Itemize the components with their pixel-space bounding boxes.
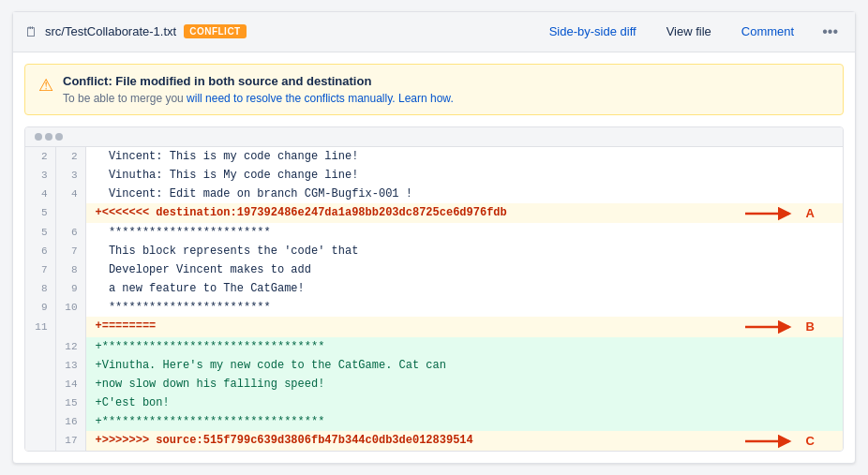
line-content: This block represents the 'code' that (85, 242, 843, 260)
line-num-left: 5 (25, 203, 55, 224)
table-row: 33 Vinutha: This is My code change line! (25, 166, 843, 185)
card-header: 🗒 src/TestCollaborate-1.txt CONFLICT Sid… (13, 12, 855, 52)
arrow-label-a: A (741, 204, 815, 223)
line-num-right: 15 (55, 393, 85, 412)
line-num-right: 16 (55, 412, 85, 431)
line-num-left: 8 (25, 279, 55, 298)
arrow-label-c: C (741, 432, 815, 451)
warning-icon: ⚠ (38, 75, 53, 96)
header-left: 🗒 src/TestCollaborate-1.txt CONFLICT (24, 24, 247, 39)
line-num-left: 5 (25, 223, 55, 242)
line-num-right: 2 (55, 147, 85, 166)
more-options-button[interactable]: ••• (816, 20, 844, 44)
table-row: 13+Vinutha. Here's my new code to the Ca… (25, 356, 843, 375)
learn-how-link[interactable]: Learn how. (398, 92, 454, 105)
line-content: +>>>>>>> source:515f799c639d3806fb47b344… (85, 431, 843, 452)
arrow-icon (741, 319, 797, 334)
line-num-left: 3 (25, 166, 55, 185)
line-num-right: 4 (55, 185, 85, 203)
comment-button[interactable]: Comment (734, 21, 801, 42)
line-num-right: 9 (55, 279, 85, 298)
toolbar-dots (35, 133, 63, 141)
table-row: 15+C'est bon! (25, 393, 843, 412)
view-file-button[interactable]: View file (659, 21, 719, 42)
alert-title: Conflict: File modified in both source a… (63, 74, 454, 88)
table-row: 78 Developer Vincent makes to add (25, 260, 843, 279)
line-num-left: 11 (25, 317, 55, 337)
line-num-right: 8 (55, 260, 85, 279)
conflict-badge: CONFLICT (184, 24, 247, 38)
line-num-left: 7 (25, 260, 55, 279)
table-row: 44 Vincent: Edit made on branch CGM-Bugf… (25, 185, 843, 203)
file-diff-card: 🗒 src/TestCollaborate-1.txt CONFLICT Sid… (12, 11, 856, 465)
arrow-label-b: B (741, 318, 815, 336)
alert-desc-text: To be able to merge you (63, 92, 187, 105)
line-content: Vincent: Edit made on branch CGM-Bugfix-… (85, 185, 843, 203)
line-content: +Vinutha. Here's my new code to the CatG… (85, 356, 843, 375)
table-row: 910 ************************ (25, 298, 843, 317)
dot-1 (35, 133, 42, 141)
file-icon: 🗒 (24, 24, 37, 39)
line-num-left (25, 393, 55, 412)
table-row: 17+>>>>>>> source:515f799c639d3806fb47b3… (25, 431, 843, 452)
arrow-icon (741, 434, 797, 449)
table-row: 11+======== B (25, 317, 843, 337)
line-num-left: 4 (25, 185, 55, 203)
code-table: 22 Vincent: This is my code change line!… (25, 147, 843, 452)
line-num-right: 14 (55, 375, 85, 393)
line-num-right: 17 (55, 431, 85, 452)
header-right: Side-by-side diff View file Comment ••• (542, 20, 844, 44)
line-content: +********************************* (85, 412, 843, 431)
line-num-left (25, 431, 55, 452)
line-num-right: 12 (55, 337, 85, 356)
line-num-right: 10 (55, 298, 85, 317)
line-content: Vincent: This is my code change line! (85, 147, 843, 166)
line-num-right: 7 (55, 242, 85, 260)
line-num-left (25, 356, 55, 375)
table-row: 16+********************************* (25, 412, 843, 431)
arrow-icon (741, 206, 797, 221)
line-num-left (25, 337, 55, 356)
line-num-right: 3 (55, 166, 85, 185)
line-num-left (25, 412, 55, 431)
code-toolbar (25, 127, 843, 147)
resolve-conflicts-link[interactable]: will need to resolve the conflicts manua… (187, 92, 396, 105)
line-content: +********************************* (85, 337, 843, 356)
line-content: +<<<<<<< destination:197392486e247da1a98… (85, 203, 843, 224)
file-path: src/TestCollaborate-1.txt (45, 24, 176, 38)
line-content: Vinutha: This is My code change line! (85, 166, 843, 185)
table-row: 22 Vincent: This is my code change line! (25, 147, 843, 166)
line-num-right (55, 203, 85, 224)
line-content: +======== B (85, 317, 843, 337)
table-row: 67 This block represents the 'code' that (25, 242, 843, 260)
code-diff-area: 22 Vincent: This is my code change line!… (24, 126, 844, 453)
alert-content: Conflict: File modified in both source a… (63, 74, 454, 105)
table-row: 12+********************************* (25, 337, 843, 356)
line-num-left: 9 (25, 298, 55, 317)
line-content: Developer Vincent makes to add (85, 260, 843, 279)
table-row: 5+<<<<<<< destination:197392486e247da1a9… (25, 203, 843, 224)
line-content: a new feature to The CatGame! (85, 279, 843, 298)
line-num-right (55, 317, 85, 337)
conflict-alert: ⚠ Conflict: File modified in both source… (24, 64, 844, 115)
line-num-left: 2 (25, 147, 55, 166)
table-row: 56 ************************ (25, 223, 843, 242)
line-num-right: 6 (55, 223, 85, 242)
line-num-left: 6 (25, 242, 55, 260)
line-content: +now slow down his fallling speed! (85, 375, 843, 393)
line-content: ************************ (85, 223, 843, 242)
line-content: ************************ (85, 298, 843, 317)
side-by-side-diff-button[interactable]: Side-by-side diff (542, 21, 644, 42)
dot-3 (55, 133, 63, 141)
alert-description: To be able to merge you will need to res… (63, 92, 454, 105)
dot-2 (45, 133, 52, 141)
line-num-right: 13 (55, 356, 85, 375)
table-row: 14+now slow down his fallling speed! (25, 375, 843, 393)
line-content: +C'est bon! (85, 393, 843, 412)
line-num-left (25, 375, 55, 393)
table-row: 89 a new feature to The CatGame! (25, 279, 843, 298)
